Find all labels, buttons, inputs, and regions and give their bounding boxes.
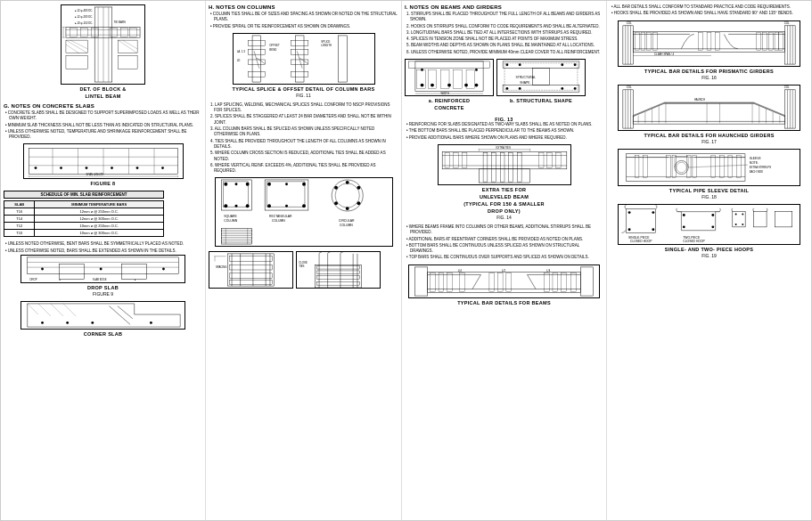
svg-rect-136 — [229, 281, 273, 285]
svg-rect-239 — [716, 32, 720, 50]
svg-text:COL: COL — [627, 85, 632, 89]
col4-note2: • HOOKS SHALL BE PROVIDED AS SHOWN AND S… — [610, 11, 808, 16]
extra-ties-drawing: EXTRA TIES — [438, 144, 571, 185]
svg-text:EXTRA TIES: EXTRA TIES — [496, 146, 511, 150]
svg-rect-107 — [267, 182, 305, 207]
haunched-girders-fig: COL COL HAUNCH TYPICAL BAR DETAILS FOR H… — [610, 85, 808, 144]
svg-text:RECTANGULAR: RECTANGULAR — [269, 215, 292, 218]
svg-point-94 — [245, 205, 249, 208]
svg-text:CLOSED HOOP: CLOSED HOOP — [630, 240, 652, 243]
svg-line-21 — [70, 40, 88, 49]
svg-point-171 — [505, 63, 508, 66]
svg-rect-187 — [453, 153, 458, 168]
svg-point-311 — [683, 214, 685, 216]
bar-beams-title: TYPICAL BAR DETAILS FOR BEAMS — [457, 300, 551, 305]
svg-point-174 — [574, 63, 577, 66]
slab-type: T10 — [4, 230, 35, 237]
svg-point-154 — [421, 84, 424, 87]
svg-rect-234 — [641, 32, 645, 50]
svg-rect-170 — [503, 85, 579, 93]
svg-point-165 — [475, 69, 478, 71]
splice-drawing: LA. 1.3 LD OFFSET BEND SPLICE LENGTH — [233, 33, 375, 85]
more-beam-notes: • WHERE BEAMS FRAME INTO COLUMNS OR OTHE… — [405, 224, 603, 262]
svg-text:L/4: L/4 — [458, 268, 462, 272]
svg-text:CLEAR SPAN / 4: CLEAR SPAN / 4 — [654, 52, 674, 55]
svg-point-91 — [224, 183, 227, 186]
svg-text:●: ● — [135, 278, 136, 281]
fig13-note2: • THE BOTTOM BARS SHALL BE PLACED PERPEN… — [405, 128, 603, 134]
svg-text:L/4: L/4 — [546, 268, 550, 272]
svg-rect-146 — [316, 266, 360, 270]
section-g: G. NOTES ON CONCRETE SLABS • CONCRETE SL… — [4, 103, 202, 141]
add-note1: • UNLESS NOTED OTHERWISE, BENT BARS SHAL… — [4, 241, 202, 247]
svg-point-37 — [34, 167, 37, 170]
svg-rect-186 — [445, 153, 450, 168]
pipe-sleeve-title: TYPICAL PIPE SLEEVE DETAIL — [669, 188, 750, 193]
svg-rect-124 — [221, 234, 251, 236]
page-container: ●-12 φ-400 OC. ●-12 φ-200 OC. ●-10 φ-150… — [0, 0, 812, 521]
svg-rect-149 — [316, 282, 360, 286]
svg-rect-189 — [538, 153, 544, 168]
slab-bars: 10mm ø @ 300mm O.C. — [35, 230, 164, 237]
svg-rect-140 — [315, 265, 361, 289]
hoops-drawing: SINGLE-PIECE CLOSED HOOP TWO-PIECE CLOSE… — [618, 204, 800, 245]
svg-text:EXTRA STIRRUPS: EXTRA STIRRUPS — [750, 166, 772, 169]
svg-rect-201 — [415, 267, 428, 296]
svg-point-315 — [735, 213, 737, 215]
corner-slab-drawing — [21, 301, 185, 330]
table-row: T14 12mm ø @ 300mm O.C. — [4, 216, 164, 223]
svg-point-173 — [561, 63, 563, 66]
fig12-container — [209, 297, 398, 299]
svg-text:●-12 φ-400 OC.: ●-12 φ-400 OC. — [75, 9, 94, 12]
svg-text:L/2: L/2 — [502, 268, 505, 272]
haunched-drawing: COL COL HAUNCH — [618, 85, 800, 131]
svg-rect-305 — [754, 211, 767, 226]
svg-text:CIRCULAR: CIRCULAR — [338, 219, 354, 223]
col4-note1: • ALL BAR DETAILS SHALL CONFORM TO STAND… — [610, 4, 808, 10]
extra-ties-title2: UNLEVELED BEAM — [480, 194, 529, 199]
slab-type: T16 — [4, 208, 35, 216]
beam-note-extra3: • BOTTOM BARS SHALL BE CONTINUOUS UNLESS… — [405, 243, 603, 255]
svg-point-52 — [41, 268, 44, 271]
svg-point-102 — [302, 183, 306, 186]
svg-rect-81 — [291, 49, 308, 54]
svg-text:WIDTH: WIDTH — [440, 92, 448, 95]
svg-rect-79 — [248, 71, 265, 77]
svg-rect-202 — [580, 267, 593, 296]
svg-point-158 — [475, 84, 479, 87]
svg-text:COLUMN: COLUMN — [339, 224, 352, 227]
svg-text:BEND: BEND — [269, 48, 276, 52]
section-g-note3: • UNLESS OTHERWISE NOTED, TEMPERATURE AN… — [4, 129, 202, 141]
schedule-title: SCHEDULE OF MIN. SLAB REINFORCEMENT — [4, 191, 164, 199]
prismatic-girders-fig: CLEAR SPAN / 4 COL COL TYPICAL BAR DETAI… — [610, 20, 808, 80]
svg-rect-125 — [221, 238, 251, 240]
fig13-note1: • REINFORCING FOR SLABS DESIGNATED AS TW… — [405, 122, 603, 127]
svg-point-54 — [162, 268, 165, 271]
svg-rect-288 — [711, 155, 716, 177]
svg-point-92 — [245, 183, 249, 186]
svg-text:TIES: TIES — [299, 265, 304, 269]
svg-text:COL: COL — [784, 85, 790, 89]
svg-point-310 — [652, 228, 654, 231]
column-3: I. NOTES ON BEAMS AND GIRDERS 1. STIRRUP… — [402, 1, 607, 520]
pipe-sleeve-fig: SLEEVE NOTE: EXTRA STIRRUPS EACH SIDE TY… — [610, 149, 808, 199]
svg-point-104 — [302, 205, 306, 208]
svg-rect-77 — [248, 49, 265, 54]
beam-note6: 6. UNLESS OTHERWISE NOTED, PROVIDE MINIM… — [405, 50, 603, 55]
struct-shape-drawing: STRUCTURAL SHAPE — [496, 59, 586, 96]
svg-rect-83 — [291, 71, 308, 77]
section-i-header: I. NOTES ON BEAMS AND GIRDERS — [405, 4, 603, 10]
svg-text:SLEEVE: SLEEVE — [750, 157, 762, 160]
svg-text:SQUARE: SQUARE — [224, 215, 237, 218]
svg-rect-48 — [59, 264, 84, 279]
extra-ties-fig: EXTRA TIES EXTRA TIES FOR UNLEVELED BEAM… — [405, 144, 603, 220]
svg-rect-1 — [66, 27, 140, 37]
svg-line-22 — [66, 45, 79, 53]
corner-slab-title: CORNER SLAB — [84, 331, 123, 337]
svg-rect-243 — [775, 32, 779, 50]
svg-point-105 — [285, 183, 288, 186]
beam-note-extra1: • WHERE BEAMS FRAME INTO COLUMNS OR OTHE… — [405, 224, 603, 236]
svg-rect-69 — [252, 36, 261, 82]
svg-point-96 — [234, 183, 237, 186]
svg-rect-134 — [229, 265, 273, 271]
